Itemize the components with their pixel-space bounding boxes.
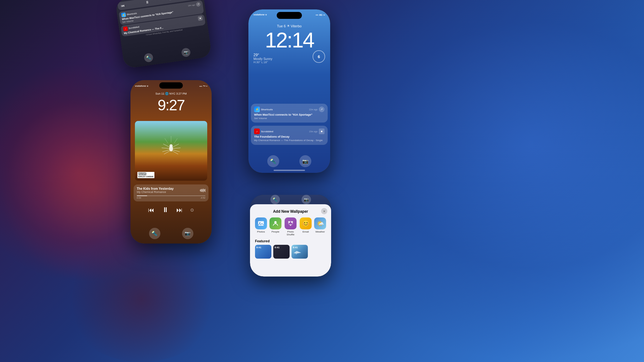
wallpaper-close-btn[interactable]: ✕ [321, 208, 327, 214]
notif-scrobbled-lock[interactable]: ♪ Scrobbled 15m ago ■ The Foundations of… [251, 126, 328, 145]
lock-location: Viterbo [291, 24, 302, 28]
music-times: 0:33 -4:52 [137, 197, 205, 199]
progress-fill [137, 195, 147, 196]
carrier-music: vodafone ᵾ [135, 85, 148, 88]
bottom-icons-music: 🔦 📷 [130, 228, 212, 239]
camera-icon-top[interactable]: 📷 [181, 47, 191, 58]
photos-icon [255, 217, 267, 229]
wallpaper-option-people[interactable]: People [269, 217, 281, 236]
progress-bar[interactable] [137, 195, 205, 196]
svg-point-1 [169, 144, 173, 147]
shortcuts-action[interactable]: ↗ [196, 2, 201, 7]
wallpaper-option-shuffle[interactable]: Photo Shuffle [284, 217, 297, 236]
prev-btn[interactable]: ⏮ [148, 206, 154, 214]
play-pause-btn[interactable]: ⏸ [162, 206, 169, 214]
scrobbled-icon-lock: ♪ [254, 129, 260, 134]
wifi-icon-music: 〜 [203, 84, 206, 88]
weather-label: Weather [315, 230, 325, 233]
parental-advisory: PARENTALADVISORYEXPLICIT CONTENT [137, 172, 154, 178]
scrobbled-title-lock: The Foundations of Decay [254, 135, 325, 139]
camera-icon-lock[interactable]: 📷 [299, 155, 311, 167]
wallpaper-title: Add New Wallpaper [255, 209, 326, 214]
lock-highlow: H:30° L:18° [253, 61, 272, 64]
notif-shortcuts-lock[interactable]: ⚡ Shortcuts 22m ago ↗ When MaxTicci conn… [251, 104, 328, 123]
current-time: 0:33 [137, 197, 141, 199]
carrier-lock: vodafone ᵾ [253, 13, 267, 16]
lock-weather-widget: 29° Mostly Sunny H:30° L:18° [253, 53, 272, 64]
weather-icon: 🌤️ [314, 217, 326, 229]
home-indicator-lock [274, 170, 305, 171]
svg-point-14 [259, 222, 261, 223]
shortcuts-time-lock: 22m ago [309, 108, 318, 111]
wallpaper-option-weather[interactable]: 🌤️ Weather [314, 217, 326, 236]
waveform-icon [200, 189, 205, 192]
total-time: -4:52 [200, 197, 205, 199]
bg-blob-dark [63, 236, 220, 362]
emoji-label: Email [303, 230, 309, 233]
featured-item-3[interactable]: 9:41 [291, 245, 308, 259]
featured-item-2[interactable]: 9:41 [273, 245, 290, 259]
flashlight-icon-music[interactable]: 🔦 [149, 228, 160, 239]
shortcuts-time: 19m ago [188, 4, 195, 7]
scrobbled-name-lock: Scrobbled [261, 130, 308, 133]
bottom-icons-lock: 🔦 📷 [248, 155, 330, 167]
music-datetime: Sun 11 🌐 NYC 3:27 PM [130, 92, 212, 95]
scrobbled-action-lock[interactable]: ■ [319, 129, 325, 134]
wallpaper-sheet: Add New Wallpaper ✕ Photos [250, 204, 331, 277]
signal-icon-music: ▪▪▪ [199, 85, 202, 88]
featured-time-3: 9:41 [293, 246, 298, 249]
signal-lock: ▪▪▪ 4G [316, 14, 322, 16]
scrobbled-icon: ♪ [123, 26, 128, 31]
lock-temp: 29° [253, 53, 272, 57]
spider-svg [155, 133, 187, 164]
svg-rect-13 [258, 221, 264, 226]
wallpaper-option-emoji[interactable]: 😊 Email [300, 217, 312, 236]
svg-line-9 [171, 150, 178, 154]
scrobbled-body-lock: My Chemical Romance — The Foundations of… [254, 139, 325, 142]
flashlight-icon-wp[interactable]: 🔦 [270, 195, 280, 204]
phone-wallpaper: Add New Wallpaper ✕ Photos [250, 195, 331, 277]
artist-name: My Chemical Romance [137, 190, 174, 194]
shortcuts-title-lock: When MaxTicci connects to "KIA Sportage" [254, 113, 325, 117]
featured-time-1: 9:41 [256, 246, 261, 249]
ring-number: 6 [318, 54, 320, 59]
lock-condition: Mostly Sunny [253, 57, 272, 61]
airplay-btn[interactable]: ⊙ [190, 207, 194, 212]
camera-icon-wp[interactable]: 📷 [302, 195, 311, 204]
prev-icon[interactable]: ⏮ [121, 3, 125, 8]
flashlight-icon-top[interactable]: 🔦 [144, 53, 154, 63]
svg-line-5 [164, 150, 171, 154]
lock-time: 12:14 [248, 28, 330, 52]
wallpaper-option-photos[interactable]: Photos [255, 217, 267, 236]
featured-label: Featured [255, 239, 326, 243]
people-label: People [272, 230, 280, 233]
shortcuts-body-lock: Set Volume [254, 117, 325, 120]
status-icons-music: ▪▪▪ 〜 ▪ [199, 84, 207, 88]
shortcuts-action-lock[interactable]: ↗ [319, 107, 325, 112]
photo-shuffle-label: Photo Shuffle [284, 230, 297, 236]
pause-icon[interactable]: ⏸ [145, 0, 149, 5]
wallpaper-options-row: Photos People [255, 217, 326, 236]
next-icon[interactable]: ⏭ [169, 0, 174, 1]
album-art: PARENTALADVISORYEXPLICIT CONTENT [135, 121, 207, 181]
next-btn[interactable]: ⏭ [176, 206, 183, 214]
music-controls: ⏮ ⏸ ⏭ ⊙ [130, 206, 212, 214]
scrobbled-time-lock: 15m ago [309, 130, 318, 133]
featured-items-row: 9:41 9:41 9:41 [255, 245, 326, 259]
battery-lock: ▪▪ [323, 14, 325, 16]
shortcuts-name-lock: Shortcuts [261, 108, 308, 111]
featured-item-1[interactable]: 9:41 [255, 245, 271, 259]
lock-ring-widget: 6 [313, 50, 325, 63]
plane-icon [293, 249, 303, 257]
flashlight-icon-lock[interactable]: 🔦 [267, 155, 279, 167]
photos-label: Photos [257, 230, 265, 233]
camera-icon-music[interactable]: 📷 [182, 228, 193, 239]
music-clock: 9:27 [130, 96, 212, 114]
battery-icon-music: ▪ [206, 85, 207, 88]
svg-point-15 [274, 221, 276, 223]
status-right-lock: ▪▪▪ 4G ▪▪ [316, 14, 325, 16]
track-name: The Kids from Yesterday [137, 187, 174, 190]
music-info-bar: The Kids from Yesterday My Chemical Roma… [134, 184, 208, 201]
scrobbled-action[interactable]: ■ [198, 16, 203, 21]
svg-line-12 [174, 139, 177, 143]
